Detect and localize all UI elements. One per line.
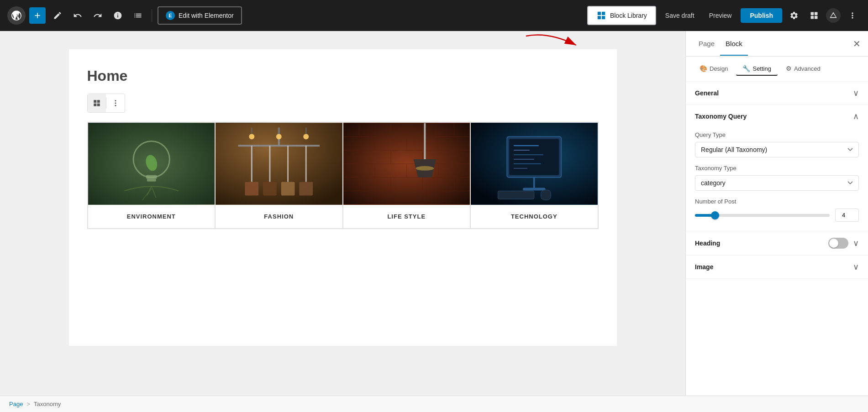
category-item-environment[interactable]: ENVIRONMENT [88,122,216,229]
lifestyle-label: LIFE STYLE [343,205,470,228]
category-item-fashion[interactable]: FASHION [215,122,343,229]
svg-point-8 [115,100,116,101]
general-title: General [695,89,719,97]
fashion-image [216,123,342,205]
more-options-button[interactable] [844,7,861,24]
category-item-technology[interactable]: TECHNOLOGY [470,122,598,229]
list-icon [133,11,142,20]
block-toolbar [87,94,125,113]
svg-rect-23 [245,182,258,196]
info-button[interactable] [110,7,126,24]
svg-point-31 [276,134,282,140]
grid-view-button[interactable] [88,94,106,112]
category-grid: ENVIRONMENT [87,122,599,229]
fashion-svg [216,123,342,205]
spacer2 [695,191,859,198]
general-section-header[interactable]: General ∨ [686,82,868,104]
editor-content: Home [69,49,617,346]
svg-rect-5 [815,12,818,16]
image-section-header[interactable]: Image ∨ [686,256,868,278]
technology-label: TECHNOLOGY [471,205,598,228]
section-image: Image ∨ [686,256,868,279]
preview-button[interactable]: Preview [704,8,737,23]
design-icon: 🎨 [700,65,707,72]
breadcrumb-page[interactable]: Page [9,401,23,407]
number-of-post-slider-track[interactable] [695,214,830,217]
svg-point-63 [416,166,434,171]
query-type-select[interactable]: Regular (All Taxonomy) Custom Query [695,142,859,157]
elementor-button[interactable]: E Edit with Elementor [158,6,242,25]
panel-close-button[interactable]: ✕ [853,38,861,49]
number-of-post-input[interactable]: 4 [835,209,859,222]
page-heading: Home [87,68,599,84]
add-block-button[interactable] [29,7,46,24]
svg-rect-76 [541,190,551,200]
astra-icon [829,11,837,20]
section-heading: Heading ∨ [686,231,868,256]
category-item-lifestyle[interactable]: LIFE STYLE [343,122,471,229]
svg-rect-13 [146,175,157,179]
heading-chevron-down-icon: ∨ [853,238,859,248]
breadcrumb-separator: > [26,401,30,407]
undo-icon [73,11,82,20]
svg-rect-14 [147,179,156,182]
panel-tabs: Page Block ✕ [686,31,868,57]
settings-button[interactable] [786,7,802,24]
svg-rect-66 [509,139,559,175]
environment-label: ENVIRONMENT [88,205,215,228]
tab-block[interactable]: Block [720,32,748,56]
main-toolbar: E Edit with Elementor Block Library Save… [0,0,868,31]
gear-icon [789,11,799,20]
more-options-block-button[interactable] [106,94,125,112]
svg-rect-75 [498,191,534,199]
undo-button[interactable] [69,7,86,24]
image-title: Image [695,263,713,271]
svg-rect-6 [811,16,814,19]
taxonomy-type-select[interactable]: category tag custom [695,175,859,191]
fashion-label: FASHION [216,205,342,228]
list-view-button[interactable] [130,7,146,24]
taxonomy-query-title: Taxonomy Query [695,113,747,120]
svg-rect-27 [281,182,295,196]
query-type-label: Query Type [695,131,859,138]
taxonomy-type-label: Taxonomy Type [695,165,859,172]
sub-tab-design[interactable]: 🎨 Design [693,62,734,76]
svg-point-10 [115,105,116,106]
plus-icon [33,11,42,20]
sub-tab-setting[interactable]: 🔧 Setting [736,62,777,76]
svg-point-30 [249,134,254,140]
heading-title: Heading [695,240,720,247]
lifestyle-image [343,123,470,205]
taxonomy-query-section-header[interactable]: Taxonomy Query ∧ [686,105,868,128]
advanced-icon: ⚙ [786,65,792,72]
panel-body: General ∨ Taxonomy Query ∧ Query Type Re… [686,82,868,396]
elementor-icon: E [166,11,175,20]
wp-logo[interactable] [7,6,26,25]
right-panel: Page Block ✕ 🎨 Design 🔧 Setting ⚙ Advanc… [685,31,868,396]
publish-button[interactable]: Publish [741,8,782,23]
redo-icon [93,11,102,20]
technology-svg [471,123,598,205]
sub-tab-advanced[interactable]: ⚙ Advanced [779,62,827,76]
breadcrumb-current: Taxonomy [34,401,61,407]
tab-page[interactable]: Page [693,32,720,56]
setting-icon: 🔧 [742,65,750,72]
slider-thumb[interactable] [711,211,719,219]
more-icon [848,11,857,20]
taxonomy-query-chevron-up-icon: ∧ [853,111,859,121]
redo-button[interactable] [89,7,106,24]
svg-point-9 [115,103,116,104]
svg-point-32 [303,134,309,140]
astra-button[interactable] [826,8,841,23]
heading-section-header[interactable]: Heading ∨ [686,231,868,255]
pencil-button[interactable] [49,7,66,24]
blocks-overview-button[interactable] [806,7,822,24]
lifestyle-svg [343,123,470,205]
toolbar-divider [152,9,152,22]
editor-area: Home [0,31,685,396]
main-layout: Home [0,31,868,396]
heading-toggle[interactable] [828,238,848,249]
block-library-button[interactable]: Block Library [587,6,656,25]
blocks-icon [810,11,819,20]
save-draft-button[interactable]: Save draft [660,8,700,23]
